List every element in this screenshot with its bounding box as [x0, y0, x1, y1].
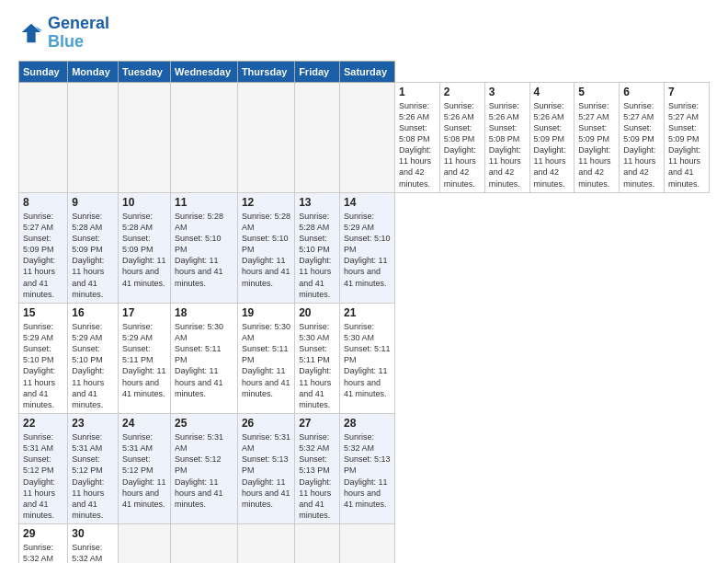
day-number: 25 — [175, 417, 233, 430]
day-cell — [339, 82, 394, 192]
week-row-1: 8 Sunrise: 5:27 AMSunset: 5:09 PMDayligh… — [19, 192, 710, 303]
day-info: Sunrise: 5:26 AMSunset: 5:09 PMDaylight:… — [534, 100, 571, 190]
day-cell: 22 Sunrise: 5:31 AMSunset: 5:12 PMDaylig… — [19, 413, 68, 523]
day-cell: 1 Sunrise: 5:26 AMSunset: 5:08 PMDayligh… — [394, 82, 439, 192]
day-number: 24 — [122, 417, 166, 430]
day-number: 21 — [344, 306, 391, 319]
day-info: Sunrise: 5:30 AMSunset: 5:11 PMDaylight:… — [242, 321, 290, 399]
day-number: 17 — [122, 306, 166, 319]
day-info: Sunrise: 5:32 AMSunset: 5:13 PMDaylight:… — [344, 431, 391, 510]
day-number: 29 — [23, 527, 63, 540]
week-row-0: 1 Sunrise: 5:26 AMSunset: 5:08 PMDayligh… — [19, 82, 710, 192]
day-cell: 28 Sunrise: 5:32 AMSunset: 5:13 PMDaylig… — [339, 413, 394, 523]
day-number: 15 — [23, 306, 63, 319]
day-number: 22 — [23, 417, 63, 430]
day-cell: 6 Sunrise: 5:27 AMSunset: 5:09 PMDayligh… — [620, 82, 665, 192]
day-cell: 20 Sunrise: 5:30 AMSunset: 5:11 PMDaylig… — [295, 303, 340, 413]
col-header-sunday: Sunday — [19, 61, 68, 82]
logo: General Blue — [18, 15, 109, 52]
day-number: 3 — [489, 86, 526, 98]
day-info: Sunrise: 5:29 AMSunset: 5:11 PMDaylight:… — [122, 321, 166, 399]
day-cell: 14 Sunrise: 5:29 AMSunset: 5:10 PMDaylig… — [339, 192, 394, 303]
day-number: 18 — [175, 306, 233, 319]
day-number: 6 — [623, 86, 660, 98]
day-info: Sunrise: 5:31 AMSunset: 5:13 PMDaylight:… — [242, 431, 290, 510]
day-number: 9 — [72, 196, 114, 209]
day-cell — [237, 82, 294, 192]
day-info: Sunrise: 5:31 AMSunset: 5:12 PMDaylight:… — [72, 431, 114, 521]
day-cell — [119, 82, 171, 192]
day-cell: 25 Sunrise: 5:31 AMSunset: 5:12 PMDaylig… — [171, 413, 238, 523]
day-info: Sunrise: 5:26 AMSunset: 5:08 PMDaylight:… — [399, 100, 436, 190]
day-number: 10 — [122, 196, 166, 209]
day-cell: 13 Sunrise: 5:28 AMSunset: 5:10 PMDaylig… — [295, 192, 340, 303]
day-cell: 10 Sunrise: 5:28 AMSunset: 5:09 PMDaylig… — [119, 192, 171, 303]
day-number: 12 — [242, 196, 290, 209]
day-cell — [19, 82, 68, 192]
day-info: Sunrise: 5:26 AMSunset: 5:08 PMDaylight:… — [444, 100, 481, 190]
day-cell — [119, 524, 171, 563]
logo-icon — [18, 20, 44, 46]
day-info: Sunrise: 5:29 AMSunset: 5:10 PMDaylight:… — [72, 321, 114, 410]
day-cell: 11 Sunrise: 5:28 AMSunset: 5:10 PMDaylig… — [171, 192, 238, 303]
week-row-4: 29 Sunrise: 5:32 AMSunset: 5:13 PMDaylig… — [19, 524, 710, 563]
day-info: Sunrise: 5:29 AMSunset: 5:10 PMDaylight:… — [344, 211, 391, 289]
day-info: Sunrise: 5:28 AMSunset: 5:09 PMDaylight:… — [72, 211, 114, 300]
day-info: Sunrise: 5:32 AMSunset: 5:13 PMDaylight:… — [23, 542, 63, 563]
day-number: 30 — [72, 527, 114, 540]
day-info: Sunrise: 5:31 AMSunset: 5:12 PMDaylight:… — [23, 431, 63, 521]
day-info: Sunrise: 5:28 AMSunset: 5:10 PMDaylight:… — [175, 211, 233, 289]
day-number: 20 — [299, 306, 336, 319]
day-number: 27 — [299, 417, 336, 430]
col-header-wednesday: Wednesday — [171, 61, 238, 82]
day-info: Sunrise: 5:30 AMSunset: 5:11 PMDaylight:… — [344, 321, 391, 399]
day-number: 5 — [578, 86, 615, 98]
day-cell — [68, 82, 119, 192]
day-cell: 27 Sunrise: 5:32 AMSunset: 5:13 PMDaylig… — [295, 413, 340, 523]
col-header-friday: Friday — [295, 61, 340, 82]
day-cell: 23 Sunrise: 5:31 AMSunset: 5:12 PMDaylig… — [68, 413, 119, 523]
day-info: Sunrise: 5:30 AMSunset: 5:11 PMDaylight:… — [175, 321, 233, 399]
day-cell: 29 Sunrise: 5:32 AMSunset: 5:13 PMDaylig… — [19, 524, 68, 563]
day-cell: 15 Sunrise: 5:29 AMSunset: 5:10 PMDaylig… — [19, 303, 68, 413]
day-number: 11 — [175, 196, 233, 209]
day-number: 13 — [299, 196, 336, 209]
day-number: 8 — [23, 196, 63, 209]
day-cell: 12 Sunrise: 5:28 AMSunset: 5:10 PMDaylig… — [237, 192, 294, 303]
day-cell: 3 Sunrise: 5:26 AMSunset: 5:08 PMDayligh… — [484, 82, 529, 192]
day-info: Sunrise: 5:28 AMSunset: 5:10 PMDaylight:… — [299, 211, 336, 300]
day-number: 19 — [242, 306, 290, 319]
day-cell — [295, 82, 340, 192]
day-cell — [171, 82, 238, 192]
day-number: 16 — [72, 306, 114, 319]
day-info: Sunrise: 5:28 AMSunset: 5:09 PMDaylight:… — [122, 211, 166, 289]
day-info: Sunrise: 5:32 AMSunset: 5:13 PMDaylight:… — [299, 431, 336, 521]
day-number: 2 — [444, 86, 481, 98]
day-info: Sunrise: 5:27 AMSunset: 5:09 PMDaylight:… — [23, 211, 63, 300]
svg-marker-0 — [22, 24, 41, 43]
day-info: Sunrise: 5:26 AMSunset: 5:08 PMDaylight:… — [489, 100, 526, 190]
day-number: 1 — [399, 86, 436, 98]
day-number: 7 — [668, 86, 705, 98]
header-row: SundayMondayTuesdayWednesdayThursdayFrid… — [19, 61, 710, 82]
calendar-table: SundayMondayTuesdayWednesdayThursdayFrid… — [18, 61, 710, 563]
col-header-tuesday: Tuesday — [119, 61, 171, 82]
day-cell — [171, 524, 238, 563]
day-cell: 4 Sunrise: 5:26 AMSunset: 5:09 PMDayligh… — [529, 82, 574, 192]
day-info: Sunrise: 5:28 AMSunset: 5:10 PMDaylight:… — [242, 211, 290, 289]
week-row-3: 22 Sunrise: 5:31 AMSunset: 5:12 PMDaylig… — [19, 413, 710, 523]
day-info: Sunrise: 5:27 AMSunset: 5:09 PMDaylight:… — [623, 100, 660, 190]
day-info: Sunrise: 5:27 AMSunset: 5:09 PMDaylight:… — [668, 100, 705, 190]
day-cell: 16 Sunrise: 5:29 AMSunset: 5:10 PMDaylig… — [68, 303, 119, 413]
day-info: Sunrise: 5:30 AMSunset: 5:11 PMDaylight:… — [299, 321, 336, 410]
day-info: Sunrise: 5:32 AMSunset: 5:14 PMDaylight:… — [72, 542, 114, 563]
col-header-saturday: Saturday — [339, 61, 394, 82]
week-row-2: 15 Sunrise: 5:29 AMSunset: 5:10 PMDaylig… — [19, 303, 710, 413]
day-cell: 19 Sunrise: 5:30 AMSunset: 5:11 PMDaylig… — [237, 303, 294, 413]
day-cell — [237, 524, 294, 563]
day-cell: 5 Sunrise: 5:27 AMSunset: 5:09 PMDayligh… — [574, 82, 620, 192]
day-number: 4 — [534, 86, 571, 98]
day-cell: 26 Sunrise: 5:31 AMSunset: 5:13 PMDaylig… — [237, 413, 294, 523]
day-cell — [339, 524, 394, 563]
day-number: 26 — [242, 417, 290, 430]
